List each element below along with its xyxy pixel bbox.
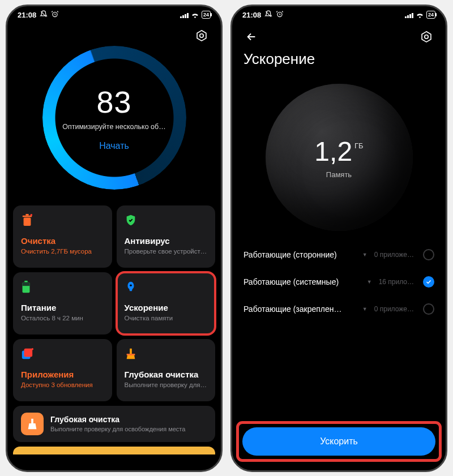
list-row-pinned[interactable]: Работающие (закреплен… ▼ 0 приложе…	[243, 303, 434, 315]
boost-button[interactable]: Ускорить	[242, 427, 435, 456]
tile-subtitle: Проверьте свое устройст…	[125, 248, 208, 255]
memory-unit: ГБ	[354, 141, 364, 150]
svg-rect-13	[130, 349, 132, 354]
svg-point-5	[31, 214, 33, 216]
tile-battery[interactable]: Питание Осталось 8 ч 22 мин	[13, 272, 112, 335]
svg-rect-3	[23, 216, 32, 217]
status-time: 21:08	[18, 11, 36, 19]
status-bar: 21:08 24	[232, 6, 446, 23]
tile-title: Очистка	[21, 236, 104, 246]
row-checkbox[interactable]	[423, 276, 434, 288]
tile-subtitle: Очистить 2,7ГБ мусора	[21, 248, 104, 255]
signal-icon	[180, 12, 189, 18]
tile-title: Приложения	[21, 370, 104, 379]
trash-icon	[21, 213, 104, 228]
svg-rect-8	[23, 282, 30, 286]
page-title: Ускорение	[232, 45, 446, 68]
chevron-down-icon: ▼	[367, 279, 372, 285]
alarm-icon	[276, 10, 284, 20]
promo-strip[interactable]	[13, 447, 215, 454]
tile-subtitle: Очистка памяти	[125, 315, 208, 321]
tile-subtitle: Осталось 8 ч 22 мин	[21, 315, 104, 321]
svg-rect-15	[31, 419, 33, 423]
broom-icon	[125, 347, 208, 362]
svg-rect-14	[126, 354, 135, 355]
phone-security-app: 21:08 24 83 Оптимиз	[6, 5, 223, 472]
tile-apps[interactable]: Приложения Доступно 3 обновления	[13, 339, 112, 401]
rocket-icon	[125, 280, 208, 295]
start-button[interactable]: Начать	[99, 141, 129, 151]
check-icon	[425, 278, 432, 285]
row-count: 0 приложе…	[374, 251, 414, 259]
banner-subtitle: Выполните проверку для освобождения мест…	[50, 425, 207, 433]
tile-subtitle: Доступно 3 обновления	[21, 381, 104, 388]
arrow-left-icon	[245, 31, 258, 43]
svg-rect-4	[25, 214, 29, 216]
list-row-third-party[interactable]: Работающие (сторонние) ▼ 0 приложе…	[243, 249, 434, 260]
tile-antivirus[interactable]: Антивирус Проверьте свое устройст…	[117, 205, 216, 268]
tile-title: Ускорение	[125, 303, 208, 312]
apps-icon	[21, 347, 104, 362]
status-time: 21:08	[242, 11, 261, 19]
memory-label: Память	[326, 170, 352, 179]
tile-title: Глубокая очистка	[125, 370, 208, 379]
svg-point-9	[130, 284, 132, 286]
wifi-icon	[191, 12, 199, 18]
shield-icon	[125, 213, 208, 228]
svg-point-12	[31, 348, 33, 350]
signal-icon	[405, 12, 413, 18]
svg-point-1	[200, 34, 203, 37]
wifi-icon	[416, 12, 424, 18]
dnd-icon	[40, 10, 48, 20]
broom-icon	[21, 413, 44, 435]
row-checkbox[interactable]	[423, 249, 434, 260]
status-bar: 21:08 24	[7, 6, 221, 23]
tile-deep-clean[interactable]: Глубокая очистка Выполните проверку для…	[117, 339, 216, 401]
row-label: Работающие (системные)	[243, 277, 339, 286]
tile-cleaner[interactable]: Очистка Очистить 2,7ГБ мусора	[13, 205, 112, 268]
gear-icon	[420, 31, 433, 43]
deep-clean-banner[interactable]: Глубокая очистка Выполните проверку для …	[13, 406, 215, 442]
svg-rect-7	[24, 281, 28, 282]
row-label: Работающие (закреплен…	[243, 305, 342, 314]
chevron-down-icon: ▼	[362, 252, 367, 258]
row-count: 16 прило…	[379, 278, 414, 286]
boost-button-highlight: Ускорить	[240, 425, 438, 458]
tile-subtitle: Выполните проверку для…	[125, 381, 208, 388]
svg-rect-11	[24, 349, 33, 357]
svg-rect-2	[24, 217, 31, 226]
battery-icon: 24	[426, 11, 435, 19]
row-count: 0 приложе…	[374, 305, 414, 313]
battery-tile-icon	[21, 280, 104, 295]
phone-boost-screen: 21:08 24 Ускорение	[230, 5, 447, 472]
alarm-icon	[51, 10, 59, 20]
tile-grid: Очистка Очистить 2,7ГБ мусора Антивирус …	[7, 201, 221, 401]
process-list: Работающие (сторонние) ▼ 0 приложе… Рабо…	[232, 231, 446, 315]
settings-button[interactable]	[194, 28, 210, 44]
dnd-icon	[264, 10, 272, 20]
svg-point-17	[425, 35, 428, 38]
score-value: 83	[96, 84, 131, 119]
settings-button[interactable]	[418, 29, 434, 45]
row-label: Работающие (сторонние)	[243, 250, 337, 259]
list-row-system[interactable]: Работающие (системные) ▼ 16 прило…	[243, 276, 434, 288]
score-subtitle: Оптимизируйте несколько об…	[62, 123, 165, 131]
gear-icon	[195, 29, 208, 42]
back-button[interactable]	[243, 29, 259, 45]
battery-icon: 24	[202, 11, 211, 19]
tile-boost[interactable]: Ускорение Очистка памяти	[117, 272, 216, 335]
memory-gauge: 1,2 ГБ Память	[266, 84, 413, 231]
chevron-down-icon: ▼	[362, 306, 367, 312]
row-checkbox[interactable]	[423, 303, 434, 315]
memory-value: 1,2	[314, 136, 352, 167]
tile-title: Питание	[21, 303, 104, 312]
score-ring: 83 Оптимизируйте несколько об… Начать	[42, 46, 186, 190]
tile-title: Антивирус	[125, 236, 208, 246]
banner-title: Глубокая очистка	[50, 415, 207, 424]
